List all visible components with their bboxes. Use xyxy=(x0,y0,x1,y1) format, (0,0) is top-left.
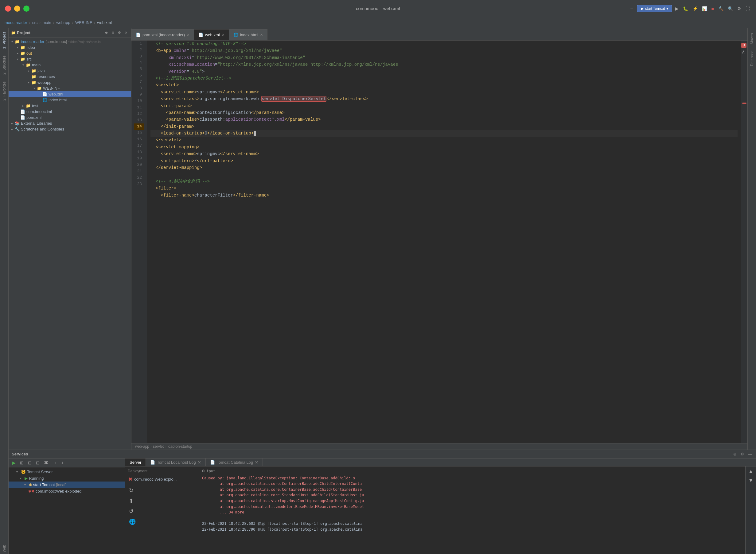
close-sidebar-button[interactable]: ✕ xyxy=(123,30,129,35)
tree-item-out[interactable]: ▸ 📁 out xyxy=(9,50,131,56)
tree-item-ext-libs[interactable]: ▸ 📚 External Libraries xyxy=(9,120,131,126)
filter-button[interactable]: ⌘ xyxy=(43,460,49,466)
service-item-running[interactable]: ▾ ▶ Running xyxy=(9,475,125,482)
expand-all-button[interactable]: ⊞ xyxy=(19,460,25,466)
structure-panel-icon[interactable]: 2: Structure xyxy=(2,54,6,76)
tree-item-webinf[interactable]: ▾ 📁 WEB-INF xyxy=(9,86,131,91)
editor-content[interactable]: 12345 678910 11121314 1516171819 2021222… xyxy=(131,41,747,443)
run-button[interactable]: ▶ xyxy=(674,5,680,12)
debug-button[interactable]: 🐛 xyxy=(682,5,689,12)
log-tabs: Server 📄 Tomcat Localhost Log ✕ 📄 Tomcat xyxy=(125,458,756,466)
maximize-button[interactable] xyxy=(23,5,30,12)
service-item-start-tomcat[interactable]: ▾ ✱ start Tomcat [local] xyxy=(9,482,125,488)
tree-item-pomxml[interactable]: 📄 pom.xml xyxy=(9,115,131,120)
search-everywhere-button[interactable]: 🔍 xyxy=(726,5,734,12)
tree-item-src[interactable]: ▾ 📁 src xyxy=(9,56,131,62)
tree-item-main[interactable]: ▾ 📁 main xyxy=(9,62,131,68)
build-button[interactable]: 🔨 xyxy=(717,5,725,12)
coverage-button[interactable]: ⚡ xyxy=(691,5,699,12)
profile-button[interactable]: 📊 xyxy=(701,5,708,12)
tab-index-html[interactable]: 🌐 index.html ✕ xyxy=(229,29,268,40)
breadcrumb-item-5[interactable]: web.xml xyxy=(97,20,112,25)
service-item-deploy[interactable]: ✱✖ com.imooc:Web exploded xyxy=(9,488,125,494)
tab-pom-xml[interactable]: 📄 pom.xml (imooc-reader) ✕ xyxy=(131,29,194,40)
deployment-item[interactable]: ✖ com.imooc:Web explo... xyxy=(128,475,196,483)
breadcrumb-item-0[interactable]: imooc-reader xyxy=(4,20,27,25)
project-panel-icon[interactable]: 1: Project xyxy=(2,30,6,51)
redeploy-button[interactable]: ↻ xyxy=(128,487,135,494)
group-button[interactable]: ⊟ xyxy=(35,460,41,466)
window-controls xyxy=(5,5,30,12)
minimize-button[interactable] xyxy=(14,5,20,12)
tree-item-iml[interactable]: 📄 com.imooc.iml xyxy=(9,109,131,115)
settings-service-button[interactable]: ⚙ xyxy=(739,451,745,457)
tree-item-indexhtml[interactable]: 🌐 index.html xyxy=(9,97,131,103)
close-tab-button[interactable]: ✕ xyxy=(222,33,225,37)
settings-gear-button[interactable]: ⚙ xyxy=(117,30,122,35)
navigate-back-button[interactable]: ← xyxy=(628,5,635,12)
code-lines[interactable]: <!- version 1.0 encoding="UTF-8"--> <b-a… xyxy=(147,41,741,443)
log-tab-server[interactable]: Server xyxy=(125,458,146,466)
service-item-tomcat[interactable]: ▾ 🐱 Tomcat Server xyxy=(9,468,125,475)
tab-web-xml[interactable]: 📄 web.xml ✕ xyxy=(194,29,229,40)
close-tab-button[interactable]: ✕ xyxy=(255,460,258,465)
tree-item-test[interactable]: ▸ 📁 test xyxy=(9,103,131,109)
log-tab-catalina[interactable]: 📄 Tomcat Catalina Log ✕ xyxy=(206,458,263,466)
tree-label: main xyxy=(32,63,41,67)
services-panel-title: Services xyxy=(12,452,731,456)
arrow-icon: ▸ xyxy=(26,69,31,72)
breadcrumb-item-3[interactable]: webapp xyxy=(56,20,70,25)
tree-item-webapp[interactable]: ▾ 📁 webapp xyxy=(9,79,131,86)
breadcrumb-item-4[interactable]: WEB-INF xyxy=(75,20,92,25)
settings-button[interactable]: ⚙ xyxy=(736,5,743,12)
collapse-all-button[interactable]: ⊟ xyxy=(27,460,33,466)
jump-button[interactable]: → xyxy=(51,460,58,466)
project-sidebar: 📁 Project ⊕ ⊟ ⚙ ✕ ▾ 📁 imooc-reader [com.… xyxy=(9,28,131,450)
fullscreen-button[interactable]: ⛶ xyxy=(744,5,751,12)
web-panel-icon[interactable]: Web xyxy=(2,543,6,554)
code-line: <servlet-name>springmvc</servlet-name> xyxy=(151,89,738,96)
refresh-button[interactable]: ↺ xyxy=(128,507,135,515)
breadcrumb-item-2[interactable]: main xyxy=(43,20,51,25)
breadcrumb-item-1[interactable]: src xyxy=(32,20,38,25)
close-button[interactable] xyxy=(5,5,11,12)
arrow-icon: ▾ xyxy=(32,87,36,90)
scroll-up-button[interactable]: ▲ xyxy=(747,468,755,476)
upload-button[interactable]: ⬆ xyxy=(128,497,135,505)
maven-panel-icon[interactable]: Maven xyxy=(749,31,755,47)
tree-label: imooc-reader [com.imooc] ~/IdeaProjects/… xyxy=(21,39,101,44)
code-line: </init-param> xyxy=(151,123,738,130)
close-tab-button[interactable]: ✕ xyxy=(198,460,201,465)
log-tab-localhost[interactable]: 📄 Tomcat Localhost Log ✕ xyxy=(146,458,206,466)
output-header: Output xyxy=(202,468,742,474)
new-file-button[interactable]: ⊕ xyxy=(104,30,109,35)
folder-icon: 📁 xyxy=(20,45,25,50)
tree-item-idea[interactable]: ▸ 📁 .idea xyxy=(9,45,131,50)
tree-item-webxml[interactable]: 📄 web.xml xyxy=(9,91,131,97)
titlebar: com.imooc – web.xml ← ▶ start Tomcat ▾ ▶… xyxy=(0,0,756,17)
code-line: version="4.0"> xyxy=(151,68,738,75)
tree-label: resources xyxy=(38,74,55,79)
code-line: </servlet-mapping> xyxy=(151,164,738,171)
add-service-button[interactable]: ⊕ xyxy=(732,451,738,457)
stop-button[interactable]: ■ xyxy=(710,5,715,12)
collapse-all-button[interactable]: ⊟ xyxy=(110,30,115,35)
run-icon: ▶ xyxy=(641,6,644,11)
favorites-panel-icon[interactable]: 2: Favorites xyxy=(2,79,6,103)
database-panel-icon[interactable]: Database xyxy=(749,48,755,68)
close-tab-button[interactable]: ✕ xyxy=(187,33,189,37)
tree-item-scratches[interactable]: ▸ 🔧 Scratches and Consoles xyxy=(9,126,131,132)
open-browser-button[interactable]: 🌐 xyxy=(128,518,137,526)
arrow-icon xyxy=(26,75,31,78)
tree-item-java[interactable]: ▸ 📁 java xyxy=(9,68,131,74)
tree-item-resources[interactable]: 📁 resources xyxy=(9,74,131,79)
add-service-tree-button[interactable]: + xyxy=(60,460,65,466)
error-count: 3 xyxy=(741,43,747,48)
services-log-panel: Server 📄 Tomcat Localhost Log ✕ 📄 Tomcat xyxy=(125,458,756,554)
tree-item-root[interactable]: ▾ 📁 imooc-reader [com.imooc] ~/IdeaProje… xyxy=(9,39,131,45)
close-tab-button[interactable]: ✕ xyxy=(260,33,263,37)
run-config-button[interactable]: ▶ start Tomcat ▾ xyxy=(637,5,672,12)
run-service-button[interactable]: ▶ xyxy=(11,460,17,466)
close-services-button[interactable]: — xyxy=(747,451,753,457)
scroll-down-button[interactable]: ▼ xyxy=(747,477,755,484)
